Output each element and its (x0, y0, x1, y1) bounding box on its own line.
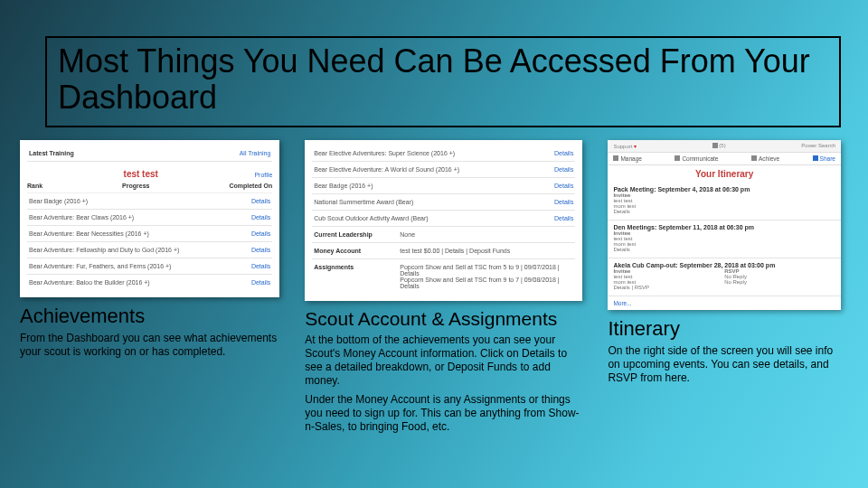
event-block: Den Meetings: September 11, 2018 at 06:3… (608, 221, 841, 258)
event-title: Pack Meeting: September 4, 2018 at 06:30… (613, 186, 835, 192)
share-icon (813, 155, 818, 161)
table-row: Bear Adventure: Baloo the Builder (2016 … (27, 275, 272, 290)
scout-name: test test (124, 169, 158, 179)
scout-account-caption-body: At the bottom of the achievements you ca… (305, 333, 582, 434)
column-achievements: Latest Training All Training test test P… (20, 140, 279, 434)
details-link[interactable]: Details (554, 183, 573, 189)
profile-link[interactable]: Profile (254, 172, 272, 178)
bell-icon (712, 143, 718, 148)
itinerary-caption-title: Itinerary (608, 317, 841, 341)
details-link[interactable]: Details (554, 199, 573, 205)
chat-icon (675, 155, 680, 161)
details-link[interactable]: Details (251, 230, 270, 237)
details-link[interactable]: Details (251, 214, 270, 221)
details-link[interactable]: Details (554, 166, 573, 173)
event-details-link[interactable]: Details (613, 247, 835, 252)
column-scout-account: Bear Elective Adventures: Super Science … (305, 140, 582, 434)
event-block: Pack Meeting: September 4, 2018 at 06:30… (608, 183, 841, 221)
table-row: Bear Adventure: Fur, Feathers, and Ferns… (27, 258, 272, 275)
table-row: Bear Elective Adventure: A World of Soun… (312, 162, 575, 178)
table-row: Bear Badge (2016 +)Details (27, 193, 272, 210)
power-search[interactable]: Power Search (801, 143, 835, 149)
table-row: Bear Adventure: Bear Claws (2016 +)Detai… (27, 210, 272, 226)
col-progress: Progress (122, 183, 149, 189)
event-title: Den Meetings: September 11, 2018 at 06:3… (613, 224, 835, 230)
col-completed: Completed On (229, 183, 272, 189)
details-link[interactable]: Details (554, 150, 573, 156)
leadership-row: Current Leadership None (312, 227, 575, 243)
column-itinerary: Support ▾ (5) Power Search Manage Commun… (608, 140, 841, 434)
scout-account-screenshot: Bear Elective Adventures: Super Science … (305, 140, 582, 301)
gear-icon (613, 155, 618, 161)
achievements-screenshot: Latest Training All Training test test P… (20, 140, 279, 297)
event-details-rsvp-link[interactable]: Details | RSVP (613, 285, 724, 290)
notif-count: (5) (719, 143, 725, 148)
details-link[interactable]: Details (251, 247, 270, 253)
tab-share[interactable]: Share (820, 155, 835, 162)
content-row: Latest Training All Training test test P… (0, 127, 868, 434)
itinerary-title: Your Itinerary (608, 165, 841, 183)
table-row: Bear Badge (2016 +)Details (312, 178, 575, 194)
latest-training-label: Latest Training (29, 150, 74, 156)
all-training-link[interactable]: All Training (240, 150, 271, 156)
table-row: National Summertime Award (Bear)Details (312, 194, 575, 211)
event-title: Akela Cub Camp-out: September 28, 2018 a… (613, 262, 835, 268)
event-details-link[interactable]: Details (613, 209, 835, 214)
details-link[interactable]: Details (554, 215, 573, 221)
tab-achieve[interactable]: Achieve (759, 155, 779, 162)
achievements-table-header: Rank Progress Completed On (27, 183, 272, 193)
more-link[interactable]: More... (608, 296, 841, 310)
slide-title: Most Things You Need Can Be Accessed Fro… (58, 43, 828, 117)
trophy-icon (751, 155, 757, 161)
assignments-row: Assignments Popcorn Show and Sell at TSC… (312, 259, 575, 294)
itinerary-screenshot: Support ▾ (5) Power Search Manage Commun… (608, 140, 841, 310)
table-row: Bear Adventure: Fellowship and Duty to G… (27, 242, 272, 258)
scout-account-caption-title: Scout Account & Assignments (305, 308, 582, 330)
details-link[interactable]: Details (251, 279, 270, 286)
table-row: Bear Adventure: Bear Necessities (2016 +… (27, 226, 272, 242)
details-link[interactable]: Details (251, 198, 270, 204)
table-row: Bear Elective Adventures: Super Science … (312, 145, 575, 162)
col-rank: Rank (27, 183, 42, 189)
support-label[interactable]: Support (613, 144, 632, 149)
tab-communicate[interactable]: Communicate (682, 155, 718, 162)
tab-manage[interactable]: Manage (620, 155, 642, 162)
event-block: Akela Cub Camp-out: September 28, 2018 a… (608, 258, 841, 296)
slide-title-bar: Most Things You Need Can Be Accessed Fro… (45, 36, 841, 127)
achievements-caption-title: Achievements (20, 305, 279, 328)
achievements-caption-body: From the Dashboard you can see what achi… (20, 332, 279, 359)
table-row: Cub Scout Outdoor Activity Award (Bear)D… (312, 211, 575, 227)
details-link[interactable]: Details (251, 263, 270, 269)
itinerary-caption-body: On the right side of the screen you will… (608, 344, 841, 385)
money-row: Money Account test test $0.00 | Details … (312, 243, 575, 259)
